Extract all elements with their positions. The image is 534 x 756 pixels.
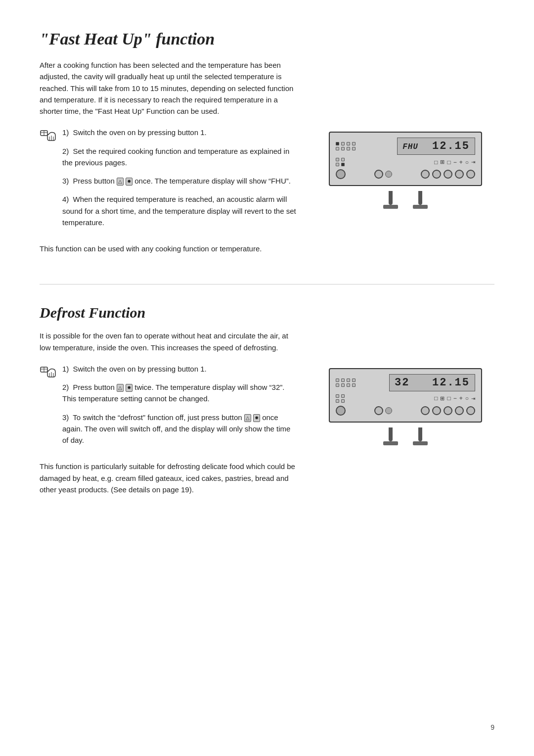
dot <box>336 158 339 161</box>
fast-heat-up-title: "Fast Heat Up" function <box>40 30 494 48</box>
btn4-defrost <box>455 406 464 415</box>
dot <box>336 147 339 150</box>
btn5-fhu <box>466 170 475 179</box>
dot <box>341 163 345 166</box>
oven-body-fhu <box>383 191 428 209</box>
ctrl-icon: □ <box>434 159 438 166</box>
dot <box>341 383 345 387</box>
page-number: 9 <box>490 723 494 731</box>
ctrl-icon2: ○ <box>465 395 469 402</box>
panel-middle-defrost: □ ⊞ □ − + ○ ⇥ <box>336 394 475 403</box>
dot <box>352 147 356 150</box>
dot <box>352 383 356 387</box>
ctrl-minus: − <box>453 159 457 166</box>
ctrl-minus: − <box>453 395 457 402</box>
ctrl-separator: □ <box>447 395 450 402</box>
defrost-left: 1) Switch the oven on by pressing button… <box>40 363 297 495</box>
ctrl-plus: + <box>459 395 463 402</box>
defrost-intro: It is possible for the oven fan to opera… <box>40 330 297 353</box>
btn-small-defrost <box>385 407 392 414</box>
defrost-right: 32 12.15 <box>316 363 494 445</box>
finger-icon-defrost <box>40 364 57 381</box>
dot <box>341 158 345 161</box>
panel-controls-fhu: □ ⊞ □ − + ○ ⇥ <box>434 159 475 166</box>
dot <box>341 378 345 382</box>
btn4-fhu <box>455 170 464 179</box>
ctrl-icon3: ⇥ <box>471 396 475 401</box>
dot <box>352 142 356 145</box>
defrost-step-2: 2) Press button △ ✸ twice. The temperatu… <box>62 381 297 405</box>
dot <box>341 142 345 145</box>
defrost-content: 1) Switch the oven on by pressing button… <box>40 363 494 495</box>
button-icon-def-3b: ✸ <box>253 414 260 422</box>
panel-controls-defrost: □ ⊞ □ − + ○ ⇥ <box>434 395 475 402</box>
button-icon-def-2b: ✸ <box>126 384 133 392</box>
fast-heat-up-steps-list: 1) Switch the oven on by pressing button… <box>62 127 297 235</box>
panel-dots-fhu <box>336 142 356 150</box>
fhu-step-1: 1) Switch the oven on by pressing button… <box>62 127 297 138</box>
defrost-steps-list: 1) Switch the oven on by pressing button… <box>62 363 297 453</box>
oven-legs-fhu <box>383 191 428 209</box>
dot <box>347 147 350 150</box>
ctrl-icon2: ○ <box>465 159 469 166</box>
defrost-step-3: 3) To switch the “defrost” function off,… <box>62 412 297 446</box>
dot <box>336 383 339 387</box>
defrost-outro: This function is particularly suitable f… <box>40 461 297 495</box>
ctrl-icon3: ⇥ <box>471 159 475 165</box>
panel-bottom-fhu <box>336 169 475 179</box>
panel-display-defrost: 32 12.15 <box>389 374 475 391</box>
foot-left-defrost <box>383 441 398 445</box>
leg-right-fhu <box>418 191 422 205</box>
ctrl-icon: ⊞ <box>440 395 445 402</box>
defrost-step-1: 1) Switch the oven on by pressing button… <box>62 363 297 375</box>
btn2-defrost <box>432 406 441 415</box>
panel-top-defrost: 32 12.15 <box>336 374 475 391</box>
panel-middle-fhu: □ ⊞ □ − + ○ ⇥ <box>336 158 475 166</box>
fast-heat-up-right: FHU 12.15 <box>316 127 494 209</box>
defrost-section: Defrost Function It is possible for the … <box>40 304 494 495</box>
dot <box>347 383 350 387</box>
oven-panel-fhu: FHU 12.15 <box>329 132 482 186</box>
panel-bottom-defrost <box>336 406 475 416</box>
panel-dots-defrost <box>336 378 356 387</box>
btn-small-fhu <box>385 171 392 178</box>
defrost-steps-block: 1) Switch the oven on by pressing button… <box>40 363 297 453</box>
btn-row-defrost <box>421 406 475 415</box>
btn-circle-defrost <box>374 406 383 415</box>
fast-heat-up-section: "Fast Heat Up" function After a cooking … <box>40 30 494 254</box>
dot <box>336 394 339 398</box>
button-icon-def-2a: △ <box>117 384 124 392</box>
foot-right-defrost <box>413 441 428 445</box>
dot <box>347 378 350 382</box>
dot <box>336 142 339 145</box>
btn3-fhu <box>444 170 452 179</box>
ctrl-plus: + <box>459 159 463 166</box>
panel-display-fhu: FHU 12.15 <box>397 138 475 155</box>
panel-top-fhu: FHU 12.15 <box>336 138 475 155</box>
dot <box>347 142 350 145</box>
button-icon-fhu-3b: ✸ <box>126 178 133 186</box>
foot-right-fhu <box>413 205 428 209</box>
oven-body-defrost <box>383 427 428 445</box>
dot <box>341 399 345 403</box>
dot <box>336 378 339 382</box>
section-divider <box>40 284 494 284</box>
btn1-defrost <box>421 406 430 415</box>
foot-left-fhu <box>383 205 398 209</box>
btn2-fhu <box>432 170 441 179</box>
dot <box>336 163 339 166</box>
btn-row-fhu <box>421 170 475 179</box>
ctrl-icon: □ <box>434 395 438 402</box>
fast-heat-up-outro: This function can be used with any cooki… <box>40 243 297 254</box>
oven-panel-defrost: 32 12.15 <box>329 368 482 423</box>
fast-heat-up-left: 1) Switch the oven on by pressing button… <box>40 127 297 254</box>
leg-left-fhu <box>389 191 393 205</box>
fhu-step-3: 3) Press button △ ✸ once. The temperatur… <box>62 175 297 187</box>
dot <box>336 399 339 403</box>
knob-left-fhu <box>336 169 346 179</box>
dot <box>341 147 345 150</box>
fhu-step-2: 2) Set the required cooking function and… <box>62 145 297 169</box>
button-icon-fhu-3a: △ <box>117 178 124 186</box>
fast-heat-up-intro: After a cooking function has been select… <box>40 59 297 117</box>
fhu-step-4: 4) When the required temperature is reac… <box>62 193 297 228</box>
